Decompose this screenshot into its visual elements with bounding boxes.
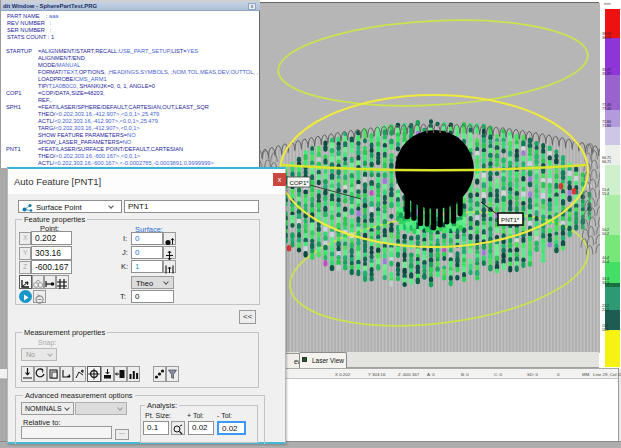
svg-text:PNT1*: PNT1* bbox=[501, 216, 520, 223]
svg-text:COP1*: COP1* bbox=[290, 179, 310, 186]
